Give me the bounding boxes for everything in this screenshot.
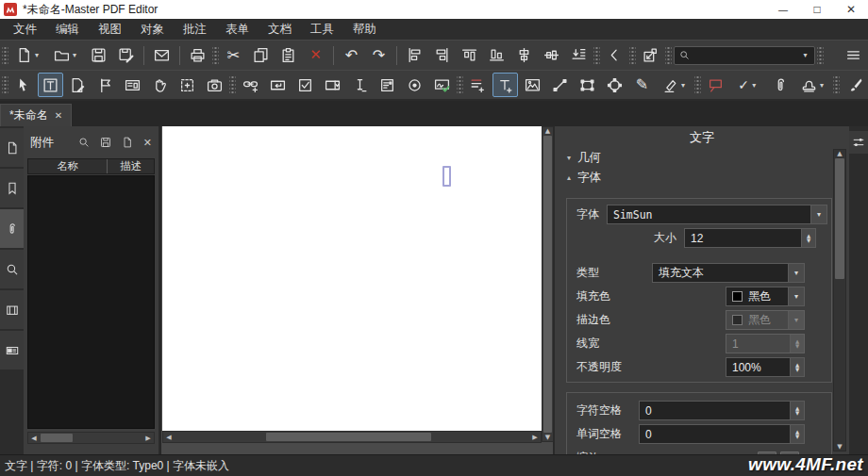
edit-text-tool-button[interactable]	[38, 73, 63, 97]
spinner-buttons[interactable]: ▲▼	[790, 402, 804, 419]
spin-down-icon[interactable]: ▼	[795, 435, 799, 439]
sidebar-item-search[interactable]	[0, 250, 24, 288]
stamp-tool-button[interactable]: ▾	[795, 73, 831, 97]
link-tool-button[interactable]	[238, 73, 263, 97]
ellipse-tool-button[interactable]	[602, 73, 627, 97]
scroll-thumb[interactable]	[266, 433, 431, 441]
menu-item-annotation[interactable]: 批注	[174, 20, 216, 40]
copy-button[interactable]	[248, 43, 274, 68]
scroll-down-icon[interactable]: ▼	[542, 434, 554, 441]
form-properties-tool-button[interactable]	[120, 73, 145, 97]
callout-tool-button[interactable]	[703, 73, 728, 97]
spinner-buttons[interactable]: ▲▼	[801, 229, 815, 247]
menu-item-edit[interactable]: 编辑	[46, 20, 89, 40]
menu-item-tools[interactable]: 工具	[301, 20, 343, 40]
menu-item-view[interactable]: 视图	[89, 20, 131, 40]
align-center-horizontal-button[interactable]	[539, 43, 564, 68]
text-insert-cursor[interactable]	[442, 166, 451, 187]
toolbar-drag-handle[interactable]	[457, 74, 463, 95]
minimize-button[interactable]: —	[766, 0, 800, 19]
save-attachment-icon[interactable]	[100, 137, 111, 148]
tab-close-icon[interactable]: ✕	[55, 111, 62, 121]
sidebar-item-media[interactable]	[0, 290, 24, 329]
scroll-left-icon[interactable]: ◀	[163, 434, 175, 441]
search-icon[interactable]	[78, 137, 90, 148]
paste-button[interactable]	[275, 43, 301, 68]
checkbox-tool-button[interactable]	[292, 73, 318, 97]
bookmark-tool-button[interactable]	[92, 73, 118, 97]
scroll-up-icon[interactable]: ▲	[834, 150, 845, 157]
redo-button[interactable]: ↷	[366, 43, 392, 68]
chevron-down-icon[interactable]: ▾	[788, 264, 804, 282]
select-area-tool-button[interactable]	[175, 73, 200, 97]
select-tool-button[interactable]	[10, 73, 36, 97]
hand-tool-button[interactable]	[147, 73, 173, 97]
delete-attachment-icon[interactable]: ✕	[143, 138, 152, 148]
scroll-thumb[interactable]	[543, 136, 552, 433]
align-left-button[interactable]	[402, 43, 427, 68]
text-cursor-tool-button[interactable]	[347, 73, 373, 97]
toolbar-drag-handle[interactable]	[2, 45, 8, 66]
menu-item-document[interactable]: 文档	[259, 20, 301, 40]
undo-button[interactable]: ↶	[339, 43, 364, 68]
toolbar-drag-handle[interactable]	[665, 45, 672, 66]
scroll-left-icon[interactable]: ◀	[28, 435, 40, 442]
delete-button[interactable]: ✕	[303, 43, 328, 68]
font-select[interactable]: SimSun ▾	[607, 205, 827, 224]
new-document-button[interactable]: ▾	[10, 43, 46, 68]
add-text-tool-button[interactable]	[492, 73, 518, 97]
stamp-dropdown[interactable]: ▾	[818, 81, 826, 90]
scroll-right-icon[interactable]: ▶	[142, 435, 154, 442]
size-spinner[interactable]: 12 ▲▼	[684, 228, 816, 248]
spin-down-icon[interactable]: ▼	[795, 368, 799, 372]
scroll-thumb[interactable]	[41, 434, 73, 442]
cut-button[interactable]: ✂	[221, 43, 246, 68]
spin-down-icon[interactable]: ▼	[807, 238, 810, 243]
save-button[interactable]	[86, 43, 111, 68]
spinner-buttons[interactable]: ▲▼	[790, 425, 804, 443]
properties-toggle-button[interactable]	[849, 131, 868, 154]
attachments-hscrollbar[interactable]: ◀ ▶	[27, 432, 155, 444]
snapshot-tool-button[interactable]	[202, 73, 227, 97]
new-document-dropdown[interactable]: ▾	[33, 51, 42, 59]
radio-button-tool-button[interactable]	[402, 73, 427, 97]
pdf-page[interactable]	[162, 126, 542, 442]
brush-tool-button[interactable]	[842, 73, 867, 97]
toolbar-drag-handle[interactable]	[629, 45, 636, 66]
toolbar-drag-handle[interactable]	[833, 74, 840, 95]
attachments-list[interactable]	[27, 175, 155, 429]
opacity-spinner[interactable]: 100% ▲▼	[726, 357, 805, 377]
insert-pages-button[interactable]	[566, 43, 592, 68]
menu-item-object[interactable]: 对象	[131, 20, 174, 40]
sidebar-item-pages[interactable]	[0, 128, 24, 167]
toolbar-drag-handle[interactable]	[817, 45, 824, 66]
add-text-lines-tool-button[interactable]	[465, 73, 491, 97]
search-dropdown[interactable]: ▾	[801, 51, 810, 59]
align-center-vertical-button[interactable]	[511, 43, 537, 68]
toolbar-drag-handle[interactable]	[229, 74, 236, 95]
signature-field-tool-button[interactable]	[429, 73, 455, 97]
menu-item-help[interactable]: 帮助	[343, 20, 386, 40]
open-document-dropdown[interactable]: ▾	[71, 51, 79, 59]
align-right-button[interactable]	[429, 43, 455, 68]
pencil-tool-button[interactable]: ✎	[629, 73, 655, 97]
toolbar-drag-handle[interactable]	[212, 45, 219, 66]
spin-down-icon[interactable]: ▼	[795, 411, 799, 416]
toolbar-drag-handle[interactable]	[694, 74, 701, 95]
section-geometry[interactable]: ▾ 几何	[555, 148, 849, 168]
properties-vscrollbar[interactable]: ▲ ▼	[833, 149, 846, 451]
send-email-button[interactable]	[149, 43, 175, 68]
line-tool-button[interactable]	[547, 73, 573, 97]
highlighter-dropdown[interactable]: ▾	[679, 81, 688, 90]
chevron-down-icon[interactable]: ▾	[810, 205, 826, 223]
section-font[interactable]: ▴ 字体	[555, 168, 849, 188]
add-attachment-icon[interactable]	[122, 137, 133, 148]
edit-document-tool-button[interactable]	[65, 73, 91, 97]
open-document-button[interactable]: ▾	[48, 43, 84, 68]
listbox-tool-button[interactable]	[375, 73, 400, 97]
checkmark-dropdown[interactable]: ▾	[750, 81, 759, 90]
highlighter-tool-button[interactable]: ▾	[657, 73, 693, 97]
column-header-description[interactable]: 描述	[108, 159, 154, 173]
canvas-hscrollbar[interactable]: ◀ ▶	[162, 431, 542, 443]
combobox-tool-button[interactable]	[320, 73, 345, 97]
